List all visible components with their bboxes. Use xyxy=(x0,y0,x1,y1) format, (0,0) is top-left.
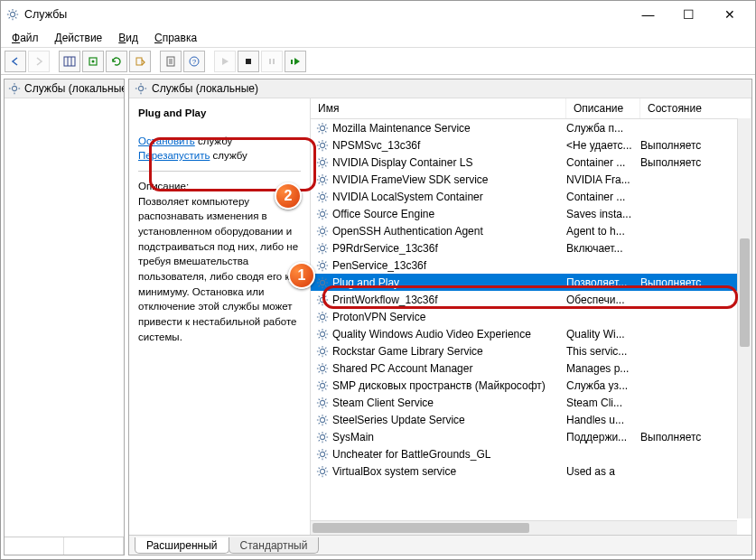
gear-icon xyxy=(316,208,329,220)
svg-point-89 xyxy=(320,229,324,233)
service-row[interactable]: NVIDIA FrameView SDK serviceNVIDIA Fra..… xyxy=(311,171,751,188)
svg-line-79 xyxy=(325,192,326,193)
service-desc: <Не удаетс... xyxy=(566,139,640,152)
service-desc: Обеспечи... xyxy=(566,294,640,306)
service-name: NVIDIA LocalSystem Container xyxy=(332,191,483,203)
scrollbar-thumb-h[interactable] xyxy=(313,523,529,533)
service-row[interactable]: PrintWorkflow_13c36fОбеспечи... xyxy=(311,291,751,308)
service-name: NPSMSvc_13c36f xyxy=(332,139,420,152)
svg-point-134 xyxy=(320,314,324,319)
service-name: ProtonVPN Service xyxy=(332,311,425,323)
svg-line-97 xyxy=(325,227,326,228)
tree-root-label: Службы (локальные) xyxy=(24,82,125,95)
service-row[interactable]: SMP дисковых пространств (Майкрософт)Слу… xyxy=(311,377,751,394)
svg-line-186 xyxy=(319,406,320,406)
forward-button[interactable] xyxy=(28,51,50,72)
selected-service-title: Plug and Play xyxy=(138,106,301,121)
service-row[interactable]: P9RdrService_13c36fВключает... xyxy=(311,239,751,257)
menubar: Файл Действие Вид Справка xyxy=(1,28,755,48)
service-row[interactable]: Rockstar Game Library ServiceThis servic… xyxy=(311,342,751,359)
pause-button[interactable] xyxy=(261,51,283,72)
scrollbar-vertical[interactable] xyxy=(737,118,751,518)
export-list-button[interactable] xyxy=(129,51,151,72)
svg-line-157 xyxy=(319,347,320,348)
svg-line-139 xyxy=(319,313,320,313)
svg-line-131 xyxy=(325,303,326,303)
service-row[interactable]: NVIDIA LocalSystem ContainerContainer ..… xyxy=(311,188,751,205)
export-button[interactable] xyxy=(82,51,104,72)
service-row[interactable]: NPSMSvc_13c36f<Не удаетс...Выполняетс xyxy=(311,136,751,154)
service-row[interactable]: Mozilla Maintenance ServiceСлужба п... xyxy=(311,119,751,136)
gear-icon xyxy=(316,397,329,409)
gear-icon xyxy=(316,294,329,306)
maximize-button[interactable]: ☐ xyxy=(668,2,709,27)
svg-point-80 xyxy=(320,211,324,216)
menu-view[interactable]: Вид xyxy=(111,30,145,46)
svg-line-148 xyxy=(319,330,320,331)
menu-help[interactable]: Справка xyxy=(147,30,204,46)
refresh-button[interactable] xyxy=(106,51,127,72)
menu-file[interactable]: Файл xyxy=(5,30,46,46)
start-button[interactable] xyxy=(214,51,236,72)
restart-button[interactable] xyxy=(285,51,306,72)
back-button[interactable] xyxy=(5,51,26,72)
svg-line-40 xyxy=(319,124,320,125)
service-name: VirtualBox system service xyxy=(332,465,456,478)
service-row[interactable]: ProtonVPN Service xyxy=(311,308,751,325)
col-state[interactable]: Состояние xyxy=(640,98,751,118)
col-name[interactable]: Имя xyxy=(311,98,566,118)
service-row[interactable]: VirtualBox system serviceUsed as a xyxy=(311,462,751,480)
svg-line-166 xyxy=(319,364,320,365)
service-row[interactable]: SysMainПоддержи...Выполняетс xyxy=(311,428,751,445)
restart-service-link[interactable]: Перезапустить xyxy=(138,150,210,161)
svg-line-70 xyxy=(325,175,326,176)
svg-line-204 xyxy=(319,440,320,441)
help-button[interactable]: ? xyxy=(183,51,205,72)
service-row[interactable]: OpenSSH Authentication AgentAgent to h..… xyxy=(311,222,751,239)
svg-line-94 xyxy=(319,227,320,228)
svg-line-42 xyxy=(319,131,320,132)
toolbar: ? xyxy=(1,48,755,75)
service-name: PenService_13c36f xyxy=(332,259,426,272)
service-desc: Manages p... xyxy=(566,362,640,375)
close-button[interactable]: ✕ xyxy=(709,2,750,27)
tree-pane: Службы (локальные) xyxy=(4,79,125,555)
scrollbar-thumb[interactable] xyxy=(740,238,750,347)
service-name: Uncheater for BattleGrounds_GL xyxy=(332,448,490,461)
svg-point-179 xyxy=(320,400,324,405)
service-row[interactable]: SteelSeries Update ServiceHandles u... xyxy=(311,411,751,428)
stop-service-row: Остановить службу xyxy=(138,134,301,149)
service-row[interactable]: Shared PC Account ManagerManages p... xyxy=(311,359,751,377)
tree-root-item[interactable]: Службы (локальные) xyxy=(5,79,124,98)
tab-standard[interactable]: Стандартный xyxy=(229,537,320,554)
stop-button[interactable] xyxy=(238,51,259,72)
svg-line-85 xyxy=(319,210,320,210)
svg-line-68 xyxy=(325,182,326,183)
svg-point-25 xyxy=(12,86,16,90)
service-row[interactable]: Office Source EngineSaves insta... xyxy=(311,205,751,222)
service-desc: Поддержи... xyxy=(566,431,640,443)
tab-extended[interactable]: Расширенный xyxy=(135,537,229,554)
menu-action[interactable]: Действие xyxy=(48,30,110,46)
stop-service-link[interactable]: Остановить xyxy=(138,135,195,146)
service-row[interactable]: Steam Client ServiceSteam Cli... xyxy=(311,394,751,411)
svg-line-115 xyxy=(325,261,326,262)
service-state: Выполняетс xyxy=(640,431,751,443)
service-row[interactable]: Quality Windows Audio Video ExperienceQu… xyxy=(311,325,751,342)
minimize-button[interactable]: — xyxy=(628,2,668,27)
service-row[interactable]: Plug and PlayПозволяет...Выполняетс xyxy=(311,274,751,291)
svg-line-175 xyxy=(319,381,320,382)
scrollbar-horizontal[interactable] xyxy=(311,520,737,535)
properties-button[interactable] xyxy=(160,51,182,72)
gear-icon xyxy=(316,345,329,358)
service-desc: Saves insta... xyxy=(566,208,640,220)
properties-columns-button[interactable] xyxy=(59,51,80,72)
tree-statusbar xyxy=(5,537,124,555)
service-row[interactable]: NVIDIA Display Container LSContainer ...… xyxy=(311,154,751,171)
svg-line-130 xyxy=(319,295,320,296)
service-row[interactable]: PenService_13c36f xyxy=(311,257,751,274)
svg-point-215 xyxy=(320,469,324,473)
service-row[interactable]: Uncheater for BattleGrounds_GL xyxy=(311,445,751,462)
col-desc[interactable]: Описание xyxy=(566,98,640,118)
gear-icon xyxy=(316,311,329,323)
